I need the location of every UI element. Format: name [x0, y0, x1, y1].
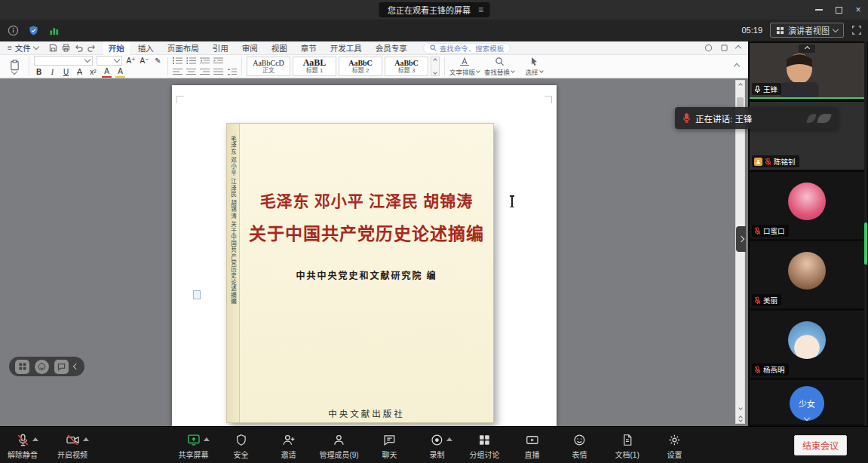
video-options-caret[interactable]: [83, 437, 89, 441]
toolbar-collapse-icon[interactable]: [734, 63, 740, 69]
ribbon-extra-icon-2[interactable]: [720, 44, 728, 52]
ribbon-extra-icon-1[interactable]: [704, 44, 713, 52]
tab-insert[interactable]: 插入: [133, 41, 159, 54]
participant-tile-shaonv[interactable]: 少女: [750, 380, 864, 425]
text-layout-tool[interactable]: 文字排版: [449, 57, 480, 76]
decrease-font-icon[interactable]: A⁻: [140, 56, 149, 66]
start-video-button[interactable]: 开启视频: [56, 431, 89, 460]
manage-members-button[interactable]: 管理成员(9): [319, 431, 358, 460]
style-gallery-scroll[interactable]: [431, 57, 440, 76]
font-size-select[interactable]: [97, 56, 122, 66]
avatar: [788, 182, 826, 220]
screen-share-banner-text: 您正在观看王锋的屏幕: [388, 4, 471, 16]
security-button[interactable]: 安全: [224, 431, 257, 460]
banner-menu-icon[interactable]: ≡: [478, 5, 483, 14]
shield-icon[interactable]: [28, 25, 39, 36]
ribbon-collapse-icon[interactable]: [735, 44, 741, 51]
style-heading1[interactable]: AaBL 标题 1: [293, 57, 336, 76]
chevron-up-icon[interactable]: [799, 44, 815, 53]
tab-review[interactable]: 审阅: [237, 41, 263, 54]
style-heading2[interactable]: AaBbC 标题 2: [339, 57, 382, 76]
page-margin-mark: [176, 96, 184, 103]
record-options-caret[interactable]: [446, 437, 452, 441]
find-replace-tool[interactable]: 查找替换: [484, 57, 514, 76]
print-icon[interactable]: [62, 44, 70, 52]
format-painter-icon[interactable]: ✎: [153, 56, 163, 66]
chat-button[interactable]: 聊天: [373, 431, 406, 460]
close-button[interactable]: ×: [848, 0, 868, 20]
stats-icon[interactable]: [48, 25, 60, 36]
align-left-icon[interactable]: [173, 68, 182, 76]
unmute-button[interactable]: 解除静音: [6, 431, 39, 460]
select-tool[interactable]: 选择: [519, 57, 549, 76]
invite-button[interactable]: 邀请: [271, 431, 305, 460]
font-name-select[interactable]: [34, 56, 93, 66]
line-spacing-icon[interactable]: [227, 68, 237, 76]
breakout-rooms-button[interactable]: 分组讨论: [468, 431, 501, 460]
command-search-box[interactable]: 查找命令、搜索模板: [423, 43, 511, 54]
document-scrollbar[interactable]: [735, 80, 745, 424]
emoji-quick-icon[interactable]: [35, 360, 49, 374]
style-heading3[interactable]: AaBbC 标题 3: [385, 57, 428, 76]
tab-page-layout[interactable]: 页面布局: [162, 41, 204, 54]
view-mode-button[interactable]: 演讲者视图: [770, 23, 844, 38]
info-icon[interactable]: [8, 25, 19, 36]
minimize-button[interactable]: [809, 0, 829, 20]
highlight-icon[interactable]: A: [115, 66, 125, 78]
apps-grid-icon[interactable]: [15, 360, 29, 374]
sidebar-toggle[interactable]: [736, 226, 746, 252]
bullet-list-icon[interactable]: [173, 57, 182, 65]
redo-icon[interactable]: [87, 44, 96, 52]
tab-home[interactable]: 开始: [103, 41, 130, 54]
participant-tile-wangfeng[interactable]: 王锋: [750, 43, 864, 99]
participant-name-tag: 美丽: [752, 294, 781, 306]
bold-button[interactable]: B: [34, 67, 44, 77]
increase-font-icon[interactable]: A⁺: [126, 56, 136, 66]
book-cover-image[interactable]: 毛泽东 邓小平 江泽民 胡锦涛 关于中国共产党历史论述摘编 毛泽东 邓小平 江泽…: [226, 123, 494, 423]
settings-button[interactable]: 设置: [658, 431, 692, 460]
participant-tile-meili[interactable]: 美丽: [750, 241, 864, 308]
document-canvas[interactable]: 毛泽东 邓小平 江泽民 胡锦涛 关于中国共产党历史论述摘编 毛泽东 邓小平 江泽…: [0, 78, 748, 426]
number-list-icon[interactable]: [186, 57, 196, 65]
maximize-button[interactable]: [829, 0, 848, 20]
align-center-icon[interactable]: [186, 68, 196, 76]
style-normal[interactable]: AaBbCcD 正文: [247, 57, 290, 76]
live-stream-button[interactable]: 直播: [516, 431, 549, 460]
undo-icon[interactable]: [75, 44, 83, 52]
participant-tile-3[interactable]: 口蜜口: [750, 172, 864, 239]
paste-button[interactable]: [5, 60, 24, 74]
tab-view[interactable]: 视图: [266, 41, 293, 54]
underline-button[interactable]: U: [61, 67, 71, 77]
collapse-left-icon[interactable]: [73, 363, 79, 369]
fullscreen-icon[interactable]: [851, 25, 862, 35]
italic-button[interactable]: I: [48, 67, 57, 77]
indent-decrease-icon[interactable]: [200, 57, 210, 65]
tab-developer[interactable]: 开发工具: [325, 41, 367, 54]
panel-scroll-thumb[interactable]: [864, 222, 867, 265]
chat-quick-icon[interactable]: [54, 360, 69, 374]
indent-increase-icon[interactable]: [213, 57, 223, 65]
strikethrough-icon[interactable]: A: [75, 67, 84, 77]
documents-button[interactable]: 文档(1): [611, 431, 644, 460]
document-page[interactable]: 毛泽东 邓小平 江泽民 胡锦涛 关于中国共产党历史论述摘编 毛泽东 邓小平 江泽…: [172, 85, 557, 426]
participant-tile-yangyanming[interactable]: 杨燕明: [750, 311, 864, 378]
emoji-button[interactable]: 表情: [563, 431, 597, 460]
chevron-down-icon[interactable]: [805, 409, 809, 423]
mute-options-caret[interactable]: [32, 437, 38, 441]
file-menu-button[interactable]: ≡ 文件: [5, 42, 41, 54]
share-options-caret[interactable]: [203, 437, 209, 441]
align-right-icon[interactable]: [200, 68, 210, 76]
tab-member[interactable]: 会员专享: [370, 41, 413, 54]
next-page-icon[interactable]: [738, 418, 743, 422]
save-icon[interactable]: [49, 44, 57, 52]
tab-references[interactable]: 引用: [207, 41, 234, 54]
align-justify-icon[interactable]: [213, 68, 223, 76]
record-button[interactable]: 录制: [421, 431, 454, 460]
record-icon: [430, 433, 444, 447]
font-color-icon[interactable]: A: [102, 66, 112, 78]
subscript-icon[interactable]: x²: [88, 67, 98, 77]
tab-section[interactable]: 章节: [296, 41, 322, 54]
end-meeting-button[interactable]: 结束会议: [794, 435, 847, 455]
layout-grid-icon: [776, 26, 784, 35]
share-screen-button[interactable]: 共享屏幕: [176, 431, 210, 460]
